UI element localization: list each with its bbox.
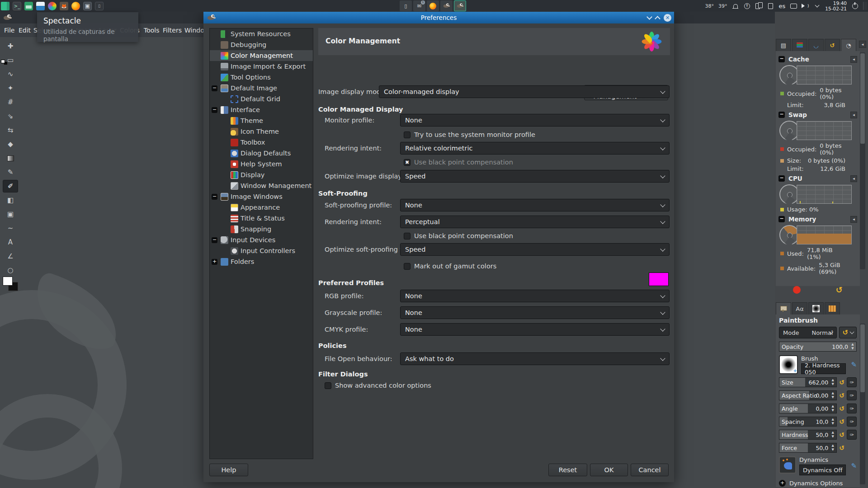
phone-icon[interactable]: ▯: [95, 2, 104, 10]
color-wheel-icon[interactable]: [48, 2, 57, 10]
section-menu-icon[interactable]: ◂: [850, 56, 857, 63]
stylus-link-button[interactable]: ✑: [847, 404, 857, 413]
ok-button[interactable]: OK: [590, 464, 628, 476]
optimize-display-dropdown[interactable]: Speed: [400, 170, 670, 183]
opacity-slider[interactable]: Opacity 100,0 ▲▼: [779, 342, 857, 352]
file-manager-icon[interactable]: [24, 2, 33, 10]
keyboard-layout-label[interactable]: es: [779, 3, 786, 9]
default-colors-icon[interactable]: [1, 60, 8, 65]
spinner-arrows[interactable]: ▲▼: [830, 444, 835, 453]
fonts-tab[interactable]: Aα: [792, 302, 807, 314]
record-button[interactable]: [793, 286, 801, 294]
tool-flip[interactable]: ⇆: [3, 124, 18, 136]
stylus-link-button[interactable]: ✑: [847, 377, 857, 387]
tool-pencil[interactable]: ✎: [3, 166, 18, 178]
layers-tab[interactable]: ▤: [776, 39, 791, 51]
collapse-expander-icon[interactable]: −: [212, 107, 217, 113]
reset-angle-icon[interactable]: ↺: [839, 405, 844, 412]
scrollbar-thumb[interactable]: [860, 324, 865, 392]
mail-icon[interactable]: [36, 2, 45, 10]
expand-expander-icon[interactable]: +: [212, 259, 217, 265]
stylus-link-button[interactable]: ✑: [847, 430, 857, 440]
checkbox-unchecked[interactable]: [404, 131, 410, 138]
tree-item-display[interactable]: Display: [210, 169, 313, 180]
section-menu-icon[interactable]: ◂: [850, 112, 857, 118]
tool-eraser[interactable]: ◧: [3, 194, 18, 206]
tool-text[interactable]: A: [3, 236, 18, 249]
fg-bg-color-swatches[interactable]: [3, 277, 19, 293]
reset-button[interactable]: Reset: [548, 464, 587, 476]
tray-expand-chevron-icon[interactable]: [813, 2, 821, 9]
tool-crop[interactable]: #: [3, 96, 18, 108]
spinner-arrows[interactable]: ▲▼: [830, 404, 835, 413]
monitor-profile-dropdown[interactable]: None: [400, 114, 670, 127]
keyboard-icon[interactable]: [790, 2, 797, 9]
stylus-link-button[interactable]: ✑: [847, 417, 857, 427]
spectacle-icon[interactable]: ▣: [83, 2, 92, 10]
aspect-ratio-slider[interactable]: Aspect Ratio 0,00 ▲▼: [779, 390, 837, 400]
tool-clone[interactable]: ▣: [3, 208, 18, 221]
scrollbar-thumb[interactable]: [860, 53, 865, 144]
clipboard-icon[interactable]: [755, 2, 763, 9]
dashboard-tab-active[interactable]: ◔: [841, 39, 856, 51]
task-mail[interactable]: ✉1: [413, 0, 425, 11]
gamut-color-swatch[interactable]: [649, 272, 669, 286]
tree-item-interface[interactable]: −Interface: [210, 104, 313, 115]
dynamics-field[interactable]: Dynamics Off: [799, 465, 846, 475]
reset-hardness-icon[interactable]: ↺: [839, 431, 844, 438]
spinner-arrows[interactable]: ▲▼: [830, 391, 835, 400]
reset-spacing-icon[interactable]: ↺: [839, 418, 844, 425]
collapse-icon[interactable]: −: [778, 216, 785, 222]
dialog-titlebar[interactable]: Preferences ✕: [203, 12, 674, 23]
checkbox-unchecked[interactable]: [404, 263, 410, 270]
collapse-icon[interactable]: −: [778, 112, 785, 118]
tree-item-color-management-selected[interactable]: Color Management: [210, 50, 313, 61]
paths-tab[interactable]: ◡: [808, 39, 824, 51]
close-icon[interactable]: ✕: [664, 14, 671, 22]
show-desktop-strip[interactable]: [863, 2, 867, 10]
edit-brush-pencil-icon[interactable]: ✎: [851, 361, 857, 369]
patterns-tab[interactable]: [825, 302, 840, 314]
image-display-mode-dropdown[interactable]: Color-managed display: [379, 85, 670, 98]
tree-item-snapping[interactable]: Snapping: [210, 224, 313, 235]
manjaro-menu-icon[interactable]: [1, 2, 9, 10]
checkbox-unchecked[interactable]: [325, 382, 331, 389]
collapse-icon[interactable]: −: [778, 56, 785, 62]
collapse-expander-icon[interactable]: −: [212, 237, 217, 243]
tool-options-scrollbar[interactable]: [860, 324, 865, 484]
softproof-profile-dropdown[interactable]: None: [400, 199, 670, 211]
collapse-expander-icon[interactable]: −: [212, 85, 217, 91]
dock-tab-menu-icon[interactable]: ◂: [859, 41, 866, 48]
spinner-arrows[interactable]: ▲▼: [830, 378, 835, 387]
channels-tab[interactable]: [792, 39, 807, 51]
tree-item-input-devices[interactable]: −Input Devices: [210, 235, 313, 245]
volume-icon[interactable]: ): [802, 2, 809, 9]
menu-edit[interactable]: Edit: [19, 27, 31, 34]
tree-item-image-import-export[interactable]: Image Import & Export: [210, 61, 313, 72]
gamut-checkbox-row[interactable]: Mark out of gamut colors: [404, 263, 496, 270]
bpc-display-checkbox-row[interactable]: Use black point compensation: [404, 159, 513, 166]
tree-item-icon-theme[interactable]: Icon Theme: [210, 126, 313, 137]
firefox-icon[interactable]: [71, 2, 80, 10]
tool-smudge[interactable]: ~: [3, 222, 18, 235]
dashboard-reset-button[interactable]: ↺: [835, 285, 842, 295]
stylus-link-button[interactable]: ✑: [847, 390, 857, 400]
tool-transform[interactable]: ⇘: [3, 110, 18, 122]
tree-item-window-management[interactable]: Window Management: [210, 180, 313, 191]
minimize-icon[interactable]: [646, 14, 652, 20]
tree-item-default-image[interactable]: −Default Image: [210, 83, 313, 94]
edit-dynamics-pencil-icon[interactable]: ✎: [851, 462, 857, 470]
hardness-slider[interactable]: Hardness 50,0 ▲▼: [779, 430, 837, 440]
try-system-monitor-checkbox-row[interactable]: Try to use the system monitor profile: [404, 131, 535, 138]
task-gimp-2-active[interactable]: [454, 0, 466, 11]
updates-icon[interactable]: ↑: [744, 2, 751, 9]
dynamics-preview[interactable]: [779, 456, 796, 474]
reset-aspect-icon[interactable]: ↺: [839, 392, 844, 399]
task-phone[interactable]: ▯: [400, 0, 412, 11]
tree-item-image-windows[interactable]: −Image Windows: [210, 191, 313, 202]
tree-item-appearance[interactable]: Appearance: [210, 202, 313, 213]
menu-file[interactable]: File: [4, 27, 14, 34]
brush-name-field[interactable]: 2. Hardness 050: [801, 363, 846, 374]
tool-move[interactable]: ✚: [3, 40, 18, 52]
power-icon[interactable]: [851, 2, 859, 9]
